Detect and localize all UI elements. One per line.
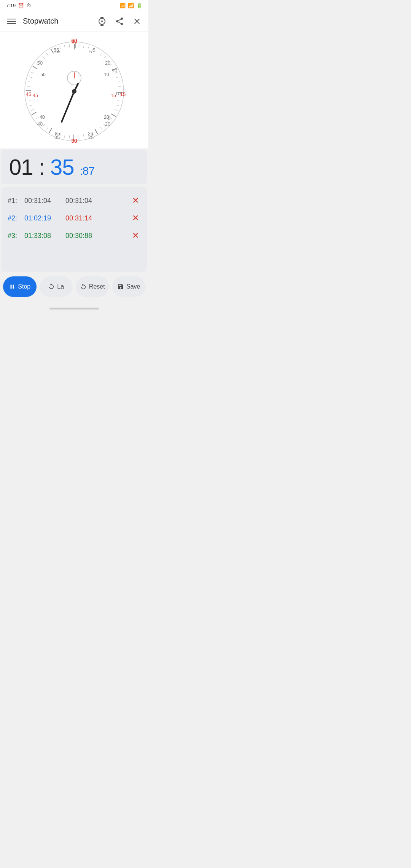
svg-text:15: 15 [120, 91, 126, 97]
svg-rect-101 [11, 285, 12, 289]
svg-line-45 [69, 135, 70, 138]
svg-line-36 [115, 109, 117, 110]
timer-minutes: 01 [9, 155, 33, 179]
toolbar: Stopwatch [0, 11, 148, 32]
svg-line-34 [117, 101, 120, 101]
svg-text:10: 10 [112, 68, 117, 73]
clock-face: 60 5 10 10 15 20 5 55 50 45 40 35 30 25 … [21, 38, 127, 145]
battery-icon: 🔋 [136, 3, 142, 8]
svg-text:5: 5 [89, 49, 92, 54]
main-content: 60 5 10 10 15 20 5 55 50 45 40 35 30 25 … [0, 32, 148, 272]
svg-line-57 [27, 86, 30, 87]
reset-icon [80, 283, 87, 290]
reset-label: Reset [89, 283, 105, 290]
svg-line-98 [62, 91, 74, 122]
svg-text:60: 60 [72, 39, 77, 45]
home-bar [49, 308, 99, 310]
svg-rect-1 [7, 21, 16, 22]
svg-line-16 [32, 111, 36, 116]
svg-line-21 [79, 45, 79, 48]
svg-line-35 [116, 105, 119, 106]
svg-text:40: 40 [40, 115, 45, 120]
status-left: 7:19 ⏰ ⏱ [6, 3, 31, 8]
lap-number: #1: [8, 197, 21, 205]
svg-text:45: 45 [33, 93, 38, 98]
signal-icon: 📶 [128, 3, 134, 8]
lap-button[interactable]: La [40, 276, 73, 297]
status-time: 7:19 [6, 3, 16, 8]
menu-button[interactable] [3, 13, 20, 30]
svg-line-12 [111, 114, 116, 116]
save-icon [117, 283, 124, 290]
status-right: 📶 📶 🔋 [119, 3, 142, 8]
lap-split-time: 00:31:14 [65, 214, 127, 222]
svg-line-60 [31, 72, 34, 73]
lap-delete-button[interactable]: ✕ [130, 196, 141, 206]
watch-button[interactable] [94, 13, 110, 30]
reset-button[interactable]: Reset [76, 276, 109, 297]
svg-text:20: 20 [105, 121, 110, 127]
svg-line-64 [46, 53, 48, 56]
svg-line-30 [116, 77, 119, 78]
alarm-icon: ⏱ [26, 3, 31, 8]
svg-line-68 [69, 45, 70, 48]
timer-text: 01 : 35 :87 [9, 156, 139, 178]
clock-icon: ⏰ [18, 3, 24, 8]
svg-line-25 [100, 53, 102, 56]
svg-line-50 [43, 124, 45, 126]
svg-line-54 [29, 105, 32, 106]
svg-text:15: 15 [111, 93, 116, 98]
lap-split-time: 00:30:88 [65, 232, 127, 240]
status-bar: 7:19 ⏰ ⏱ 📶 📶 🔋 [0, 0, 148, 11]
svg-line-31 [117, 81, 120, 82]
svg-line-58 [28, 81, 31, 82]
share-button[interactable] [111, 13, 128, 30]
svg-line-49 [46, 127, 48, 129]
svg-rect-2 [7, 23, 16, 24]
svg-line-44 [79, 135, 79, 138]
svg-text:5: 5 [92, 47, 95, 53]
timer-display: 01 : 35 :87 [2, 150, 147, 184]
timer-seconds: 35 [50, 155, 74, 179]
save-button[interactable]: Save [112, 276, 146, 297]
svg-text:45: 45 [26, 91, 31, 97]
svg-text:10: 10 [104, 72, 109, 77]
stop-label: Stop [18, 283, 30, 290]
svg-text:20: 20 [105, 60, 110, 66]
svg-line-23 [88, 46, 89, 49]
svg-line-32 [118, 86, 121, 87]
clock-container: 60 5 10 10 15 20 5 55 50 45 40 35 30 25 … [0, 32, 148, 148]
svg-line-13 [94, 129, 99, 134]
save-label: Save [126, 283, 140, 290]
stop-button[interactable]: Stop [3, 276, 37, 297]
svg-text:50: 50 [40, 72, 46, 77]
close-button[interactable] [129, 13, 145, 30]
lap-delete-button[interactable]: ✕ [130, 213, 141, 223]
table-row: #2: 01:02:19 00:31:14 ✕ [8, 209, 141, 227]
page-title: Stopwatch [20, 17, 94, 26]
timer-colon: : [39, 155, 45, 179]
svg-line-53 [31, 109, 34, 110]
lap-delete-button[interactable]: ✕ [130, 231, 141, 241]
lap-number: #2: [8, 214, 21, 222]
svg-line-67 [64, 45, 65, 48]
svg-text:30: 30 [72, 138, 77, 144]
svg-line-26 [104, 56, 106, 59]
table-row: #1: 00:31:04 00:31:04 ✕ [8, 192, 141, 209]
lap-label: La [57, 283, 64, 290]
lap-total-time: 01:33:08 [24, 232, 62, 240]
svg-text:35: 35 [55, 131, 60, 136]
timer-milliseconds: :87 [80, 164, 95, 177]
svg-text:25: 25 [88, 131, 93, 136]
home-indicator [0, 305, 148, 312]
svg-text:20: 20 [104, 115, 109, 120]
pause-icon [9, 283, 16, 290]
svg-line-40 [100, 127, 102, 129]
svg-line-18 [33, 66, 37, 69]
table-row: #3: 01:33:08 00:30:88 ✕ [8, 227, 141, 244]
wifi-icon: 📶 [119, 3, 126, 8]
svg-rect-102 [13, 285, 14, 289]
laps-container: #1: 00:31:04 00:31:04 ✕ #2: 01:02:19 00:… [2, 187, 147, 272]
svg-line-63 [43, 56, 45, 59]
svg-line-15 [49, 128, 52, 133]
